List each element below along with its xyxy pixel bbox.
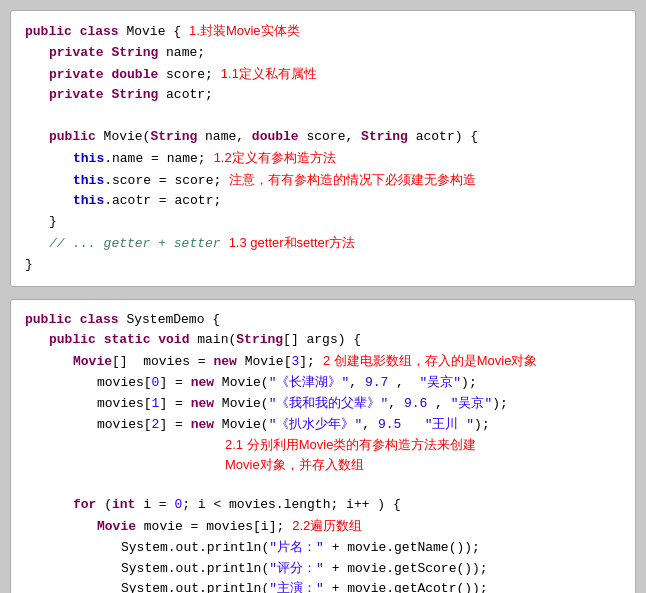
code-line: Movie[] movies = new Movie[3]; 2 创建电影数组，… — [25, 351, 621, 373]
code-line: this.name = name; 1.2定义有参构造方法 — [25, 148, 621, 170]
code-line: public class Movie { 1.封装Movie实体类 — [25, 21, 621, 43]
code-line: private double score; 1.1定义私有属性 — [25, 64, 621, 86]
code-line: for (int i = 0; i < movies.length; i++ )… — [25, 495, 621, 516]
annotation-1-2: 1.2定义有参构造方法 — [214, 148, 336, 169]
code-line: public Movie(String name, double score, … — [25, 127, 621, 148]
code-line: this.acotr = acotr; — [25, 191, 621, 212]
code-line: movies[0] = new Movie("《长津湖》", 9.7 , "吴京… — [25, 373, 621, 394]
code-line: public class SystemDemo { — [25, 310, 621, 331]
code-line: private String acotr; — [25, 85, 621, 106]
annotation-1-2b: 注意，有有参构造的情况下必须建无参构造 — [229, 170, 476, 191]
code-line: } — [25, 212, 621, 233]
code-line: public static void main(String[] args) { — [25, 330, 621, 351]
code-line: movies[2] = new Movie("《扒水少年》", 9.5 "王川 … — [25, 415, 621, 436]
code-line: private String name; — [25, 43, 621, 64]
code-line: Movie movie = movies[i]; 2.2遍历数组 — [25, 516, 621, 538]
code-line: System.out.println("评分：" + movie.getScor… — [25, 559, 621, 580]
code-line: this.score = score; 注意，有有参构造的情况下必须建无参构造 — [25, 170, 621, 192]
code-line: movies[1] = new Movie("《我和我的父辈》", 9.6 , … — [25, 394, 621, 415]
code-block-systemdemo: public class SystemDemo { public static … — [10, 299, 636, 593]
annotation-2-2: 2.2遍历数组 — [292, 516, 362, 537]
code-line-empty — [25, 106, 621, 127]
code-line-empty — [25, 474, 621, 495]
annotation-1-3: 1.3 getter和setter方法 — [229, 233, 355, 254]
code-line: System.out.println("主演：" + movie.getAcot… — [25, 579, 621, 593]
code-line: System.out.println("片名：" + movie.getName… — [25, 538, 621, 559]
annotation-2: 2 创建电影数组，存入的是Movie对象 — [323, 351, 538, 372]
code-block-movie: public class Movie { 1.封装Movie实体类 privat… — [10, 10, 636, 287]
annotation-2-1-block: 2.1 分别利用Movie类的有参构造方法来创建Movie对象，并存入数组 — [225, 435, 621, 474]
annotation-1: 1.封装Movie实体类 — [189, 21, 300, 42]
annotation-2-1: 2.1 分别利用Movie类的有参构造方法来创建Movie对象，并存入数组 — [225, 435, 476, 474]
annotation-1-1: 1.1定义私有属性 — [221, 64, 317, 85]
code-line: } — [25, 255, 621, 276]
code-line: // ... getter + setter 1.3 getter和setter… — [25, 233, 621, 255]
